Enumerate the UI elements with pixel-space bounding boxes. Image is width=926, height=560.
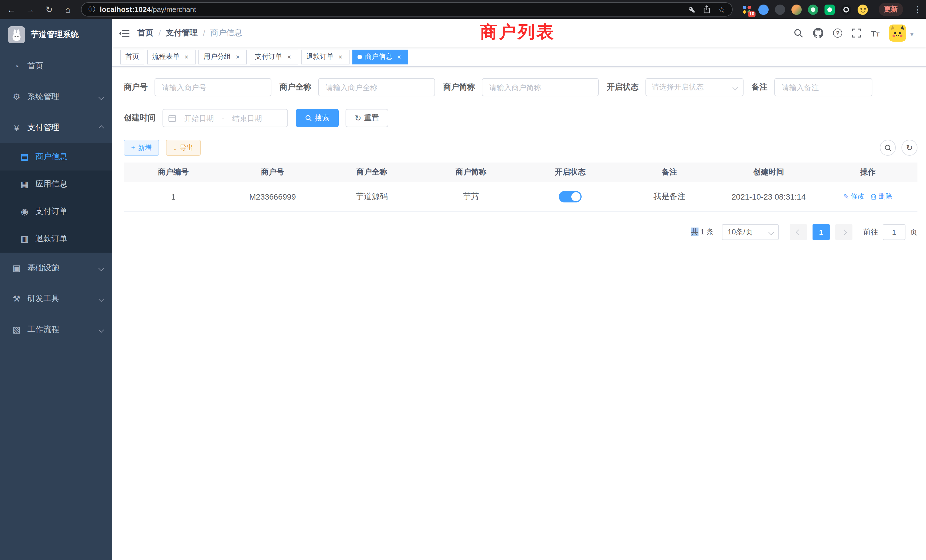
- tag-user-group[interactable]: 用户分组 ×: [198, 49, 247, 64]
- sidebar-item-merchant-info[interactable]: ▤ 商户信息: [0, 143, 112, 171]
- question-mark: ?: [833, 29, 842, 38]
- sidebar-item-refund-order[interactable]: ▥ 退款订单: [0, 225, 112, 253]
- url-host: localhost:1024: [100, 5, 151, 14]
- sidebar-item-workflow[interactable]: ▧ 工作流程: [0, 314, 112, 345]
- site-info-icon[interactable]: ⓘ: [88, 5, 95, 14]
- close-icon[interactable]: ×: [183, 53, 191, 61]
- chevron-left-icon: [796, 229, 801, 235]
- add-button[interactable]: + 新增: [124, 140, 159, 156]
- tools-icon: ⚒: [11, 294, 22, 304]
- sidebar-item-pay-order[interactable]: ◉ 支付订单: [0, 198, 112, 225]
- breadcrumb-home[interactable]: 首页: [138, 28, 153, 38]
- bookmark-star-icon[interactable]: ☆: [718, 5, 725, 14]
- refresh-table-button[interactable]: ↻: [902, 140, 917, 156]
- chrome-update-button[interactable]: 更新: [879, 3, 903, 16]
- goto-page-input[interactable]: [883, 224, 905, 240]
- sidebar-item-payment[interactable]: ¥ 支付管理: [0, 112, 112, 143]
- extension-dark-icon[interactable]: [775, 4, 785, 15]
- full-name-input[interactable]: [318, 78, 435, 96]
- status-select[interactable]: 请选择开启状态: [646, 78, 743, 96]
- close-icon[interactable]: ×: [395, 53, 403, 61]
- close-icon[interactable]: ×: [234, 53, 242, 61]
- browser-reload-icon[interactable]: ↻: [43, 4, 55, 15]
- address-bar[interactable]: ⓘ localhost:1024/pay/merchant ☆: [81, 2, 733, 17]
- reset-button[interactable]: ↻ 重置: [345, 109, 388, 127]
- edit-button[interactable]: ✎ 修改: [843, 192, 864, 201]
- extension-knot-icon[interactable]: [841, 4, 851, 15]
- breadcrumb-payment[interactable]: 支付管理: [166, 28, 198, 38]
- fullscreen-icon[interactable]: [852, 29, 861, 38]
- tag-label: 流程表单: [152, 52, 180, 62]
- password-key-icon[interactable]: [688, 5, 696, 14]
- extension-blue-icon[interactable]: [758, 4, 769, 15]
- app-logo[interactable]: 芋道管理系统: [0, 19, 112, 51]
- remark-input[interactable]: [774, 78, 872, 96]
- status-toggle[interactable]: [559, 191, 582, 202]
- browser-home-icon[interactable]: ⌂: [62, 5, 74, 14]
- toggle-search-button[interactable]: [880, 140, 896, 156]
- sidebar-item-infrastructure[interactable]: ▣ 基础设施: [0, 253, 112, 283]
- prev-page-button[interactable]: [790, 224, 807, 240]
- sidebar-item-system[interactable]: ⚙ 系统管理: [0, 82, 112, 112]
- tag-refund-order[interactable]: 退款订单 ×: [301, 49, 350, 64]
- delete-button[interactable]: 删除: [870, 192, 892, 201]
- sidebar-item-app-info[interactable]: ▦ 应用信息: [0, 171, 112, 198]
- user-avatar[interactable]: [889, 24, 906, 42]
- browser-menu-icon[interactable]: ⋮: [914, 4, 922, 15]
- total-count: 共 1 条: [691, 227, 714, 237]
- breadcrumb-separator: /: [159, 29, 161, 38]
- sidebar-item-label: 首页: [27, 61, 103, 71]
- github-icon[interactable]: [813, 28, 823, 38]
- tag-pay-order[interactable]: 支付订单 ×: [250, 49, 298, 64]
- omnibox-actions: ☆: [688, 5, 725, 14]
- field-label: 商户号: [124, 82, 148, 92]
- merchant-no-input[interactable]: [154, 78, 271, 96]
- page-content: 商户号 商户全称 商户简称 开启状态 请选择开启状态: [112, 67, 926, 560]
- extension-green-circle-icon[interactable]: [808, 4, 818, 15]
- chevron-right-icon: [841, 229, 847, 235]
- trash-icon: [870, 193, 877, 200]
- active-dot: [357, 54, 362, 59]
- browser-back-icon[interactable]: ←: [6, 5, 17, 14]
- col-header: 商户号: [223, 167, 322, 177]
- help-icon[interactable]: ?: [833, 29, 842, 38]
- short-name-input[interactable]: [482, 78, 599, 96]
- browser-forward-icon[interactable]: →: [24, 5, 36, 14]
- share-icon[interactable]: [704, 5, 711, 14]
- download-icon: ↓: [173, 144, 177, 152]
- cell-merchant-no: M233666999: [223, 192, 322, 201]
- sidebar-item-label: 退款订单: [35, 234, 103, 244]
- goto-label: 前往: [863, 227, 878, 237]
- extension-green-square-icon[interactable]: [825, 4, 835, 15]
- search-button[interactable]: 搜索: [296, 109, 339, 127]
- close-icon[interactable]: ×: [336, 53, 344, 61]
- next-page-button[interactable]: [835, 224, 852, 240]
- sidebar-toggle-icon[interactable]: [112, 29, 136, 37]
- screen: ← → ↻ ⌂ ⓘ localhost:1024/pay/merchant ☆ …: [0, 0, 926, 560]
- extension-avatar-icon[interactable]: [791, 4, 802, 15]
- delete-label: 删除: [879, 192, 892, 201]
- search-icon[interactable]: [794, 28, 803, 38]
- close-icon[interactable]: ×: [285, 53, 293, 61]
- tag-process-form[interactable]: 流程表单 ×: [147, 49, 195, 64]
- sidebar-item-home[interactable]: ◔ 首页: [0, 51, 112, 82]
- search-form-row-2: 创建时间 - 搜: [124, 109, 917, 127]
- avatar-caret-icon[interactable]: ▾: [910, 31, 914, 38]
- date-end-input[interactable]: [227, 114, 268, 122]
- page-size-select[interactable]: 10条/页: [722, 224, 779, 240]
- font-size-icon[interactable]: TT: [871, 29, 879, 37]
- col-header: 商户编号: [124, 167, 223, 177]
- tag-label: 商户信息: [365, 52, 392, 62]
- tab-groups-icon[interactable]: 10: [742, 4, 752, 15]
- form-item-create-time: 创建时间 -: [124, 109, 288, 127]
- goto-page: 前往 页: [863, 224, 917, 240]
- sidebar-item-dev-tools[interactable]: ⚒ 研发工具: [0, 283, 112, 314]
- date-range-picker[interactable]: -: [162, 109, 288, 127]
- tag-merchant-info[interactable]: 商户信息 ×: [353, 49, 408, 64]
- chrome-profile-avatar[interactable]: [858, 4, 868, 15]
- page-number-button[interactable]: 1: [813, 224, 830, 240]
- field-label: 商户简称: [443, 82, 475, 92]
- tag-home[interactable]: 首页: [120, 49, 144, 64]
- export-button[interactable]: ↓ 导出: [166, 140, 201, 156]
- date-start-input[interactable]: [179, 114, 219, 122]
